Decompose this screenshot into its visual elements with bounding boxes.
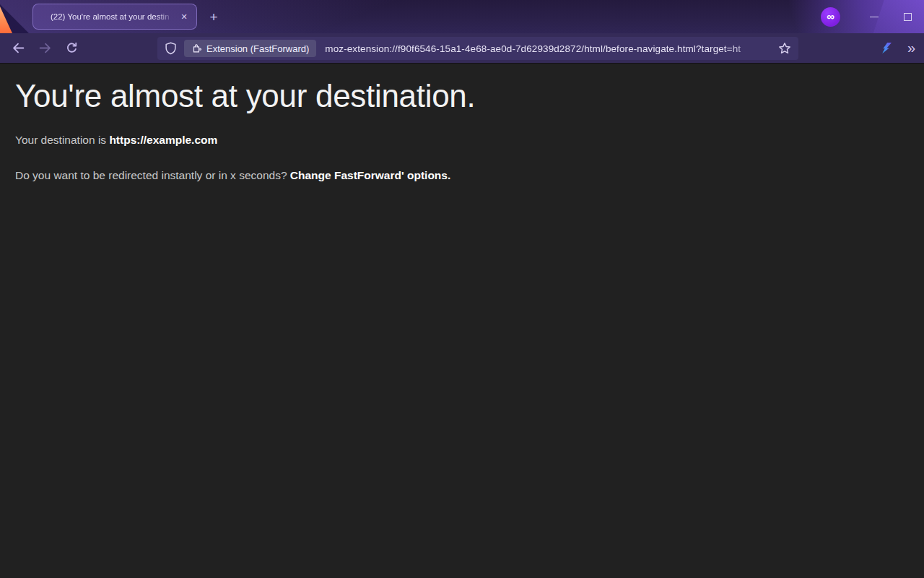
url-text[interactable]: moz-extension://f90f6546-15a1-4e68-ae0d-… — [325, 43, 772, 54]
new-tab-button[interactable]: + — [205, 9, 222, 26]
url-bar[interactable]: Extension (FastForward) moz-extension://… — [157, 37, 798, 60]
reload-button[interactable] — [60, 36, 84, 60]
destination-line: Your destination is https://example.com — [15, 132, 895, 148]
window-maximize-button[interactable] — [891, 0, 924, 33]
tab-strip: (22) You're almost at your destin ✕ + ∞ — [0, 0, 924, 33]
options-link[interactable]: Change FastForward' options. — [290, 169, 450, 181]
tab-title: (22) You're almost at your destin — [51, 12, 175, 21]
identity-chip[interactable]: Extension (FastForward) — [184, 40, 316, 57]
back-button[interactable] — [6, 36, 30, 60]
identity-chip-label: Extension (FastForward) — [206, 43, 309, 54]
browser-tab[interactable]: (22) You're almost at your destin ✕ — [32, 4, 197, 30]
maximize-icon — [904, 13, 912, 21]
profile-avatar[interactable]: ∞ — [821, 7, 840, 27]
redirect-question-text: Do you want to be redirected instantly o… — [15, 169, 290, 181]
titlebar-controls: ∞ — [821, 0, 924, 33]
forward-button[interactable] — [33, 36, 57, 60]
double-chevron-icon: » — [907, 40, 914, 56]
destination-link[interactable]: https://example.com — [109, 134, 217, 146]
forward-arrow-icon — [39, 42, 51, 54]
tracking-protection-shield-icon[interactable] — [165, 42, 177, 55]
fastforward-logo-icon — [880, 41, 893, 55]
reload-icon — [66, 42, 78, 54]
toolbar-overflow-button[interactable]: » — [899, 36, 923, 60]
extension-puzzle-icon — [191, 43, 201, 54]
infinity-mask-icon: ∞ — [827, 11, 834, 22]
plus-icon: + — [209, 9, 217, 25]
page-title: You're almost at your destination. — [15, 77, 895, 116]
bookmark-star-icon[interactable] — [778, 42, 791, 55]
window-minimize-button[interactable] — [858, 0, 891, 33]
redirect-line: Do you want to be redirected instantly o… — [15, 168, 895, 184]
destination-prefix-text: Your destination is — [15, 134, 109, 146]
minimize-icon — [870, 17, 879, 17]
tab-close-icon[interactable]: ✕ — [178, 10, 191, 23]
back-arrow-icon — [12, 42, 25, 54]
fastforward-extension-button[interactable] — [874, 36, 898, 60]
page-content: You're almost at your destination. Your … — [0, 64, 924, 577]
navigation-toolbar: Extension (FastForward) moz-extension://… — [0, 33, 924, 64]
